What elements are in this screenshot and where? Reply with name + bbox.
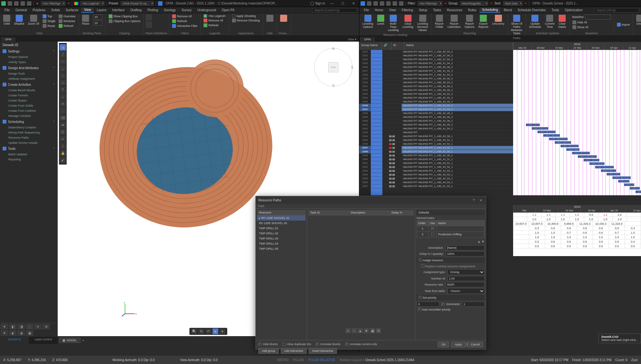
- col-group[interactable]: Group Name: [359, 42, 382, 50]
- sidebar-item-batch-updates[interactable]: Batch Updates: [0, 152, 58, 157]
- plane-spinner-1[interactable]: [93, 14, 103, 20]
- minimize-button[interactable]: —: [328, 1, 336, 6]
- single-button[interactable]: Single: [42, 19, 56, 23]
- task-name-cell[interactable]: VALENS PIT VALENS PIT_1_430_43_51_1: [402, 138, 513, 142]
- task-name-cell[interactable]: VALENS PIT VALENS PIT_1_430_43_50_1: [402, 134, 513, 138]
- bt-2[interactable]: ◧: [9, 324, 17, 329]
- baseline-input[interactable]: [585, 14, 611, 20]
- sidebar-section-create[interactable]: Create Activities⌃: [0, 81, 58, 88]
- task-name-cell[interactable]: VALENS PIT VALENS PIT_1_430_39_50_2: [402, 77, 513, 81]
- filter-clear-icon[interactable]: ✕: [67, 2, 70, 5]
- qat-save-icon[interactable]: [8, 1, 12, 6]
- task-id-cell[interactable]: 2537: [359, 108, 371, 111]
- bt-7[interactable]: ▼: [1, 330, 8, 336]
- task-id-cell[interactable]: 2530: [359, 81, 371, 85]
- qat-redo-icon[interactable]: [27, 1, 31, 6]
- task-name-cell[interactable]: VALENS PIT VALENS PIT_1_430_43_52_2: [402, 104, 513, 108]
- task-id-cell[interactable]: 2554: [359, 173, 371, 177]
- derived-up-icon[interactable]: ▲: [477, 240, 480, 243]
- search-input-right[interactable]: [594, 8, 639, 12]
- priority-input[interactable]: [417, 302, 439, 307]
- task-name-cell[interactable]: VALENS PIT VALENS PIT_1_430_42_48_2: [402, 111, 513, 115]
- update-schedule-button[interactable]: Update Schedule: [528, 14, 543, 31]
- sched-group-dropdown[interactable]: Mine/Stage/Be...: [460, 1, 488, 6]
- annotate-blocks-check[interactable]: Annotate blocks: [316, 342, 341, 347]
- plane-def-1[interactable]: [146, 14, 152, 20]
- polar-rel-toggle[interactable]: POLAR RELATIVE: [308, 358, 335, 362]
- sidebar-tab-deswik-is[interactable]: Deswik.IS: [0, 337, 29, 344]
- tool-trim[interactable]: ✂: [60, 136, 66, 142]
- task-id-cell[interactable]: 2528: [359, 73, 371, 77]
- task-name-cell[interactable]: VALENS PIT VALENS PIT_1_430_38_50_2: [402, 88, 513, 92]
- gantt-bar[interactable]: RH 120E SHOVEL 01: [624, 183, 634, 186]
- task-name-cell[interactable]: VALENS PIT VALENS PIT_1_430_37_54_2: [402, 58, 513, 61]
- task-id-cell[interactable]: 2525: [359, 61, 371, 65]
- tool-text[interactable]: T: [60, 86, 66, 93]
- bt-9[interactable]: ◑: [17, 330, 25, 336]
- sched-menu-tasks[interactable]: Tasks: [430, 8, 444, 12]
- task-name-cell[interactable]: VALENS PIT VALENS PIT_1_430_42_51_1: [402, 158, 513, 161]
- task-id-cell[interactable]: 2542: [359, 127, 371, 131]
- gantt-bar[interactable]: RH 120E SHOVEL 01: [636, 190, 641, 193]
- sidebar-item-create-slopes[interactable]: Create Slopes: [0, 98, 58, 103]
- task-name-cell[interactable]: VALENS PIT VALENS PIT_1_430_44_51_1: [402, 161, 513, 165]
- task-name-cell[interactable]: VALENS PIT VALENS PIT_1_430_42_50_1: [402, 150, 513, 154]
- task-name-cell[interactable]: VALENS PIT VALENS PIT_1_430_41_54_2: [402, 61, 513, 65]
- task-id-cell[interactable]: 2553: [359, 169, 371, 173]
- leveling-dv-button[interactable]: Leveling Decision Viewer: [416, 14, 430, 33]
- tool-point[interactable]: ·: [60, 108, 66, 114]
- opm-tab-right[interactable]: OPM: [361, 37, 374, 42]
- task-name-cell[interactable]: VALENS PIT VALENS PIT_1_430_41_54_2: [402, 127, 513, 131]
- task-id-cell[interactable]: 2533: [359, 92, 371, 96]
- apply-ghosting[interactable]: Apply Ghosting: [231, 14, 261, 18]
- derived-use-check[interactable]: [431, 227, 434, 230]
- task-name-cell[interactable]: VALENS PIT VALENS PIT_1_430_44_52_1: [402, 165, 513, 169]
- legend-dropdown-ribbon[interactable]: <No Legend>: [203, 14, 227, 18]
- reset-button[interactable]: Reset: [42, 24, 56, 28]
- delay-input[interactable]: [445, 251, 485, 256]
- task-name-cell[interactable]: VALENS PIT: [402, 131, 513, 134]
- gantt-bar[interactable]: RH 120E SHOVEL 01: [618, 180, 629, 182]
- task-id-cell[interactable]: 2539: [359, 115, 371, 119]
- uncovery-button[interactable]: Uncovery: [491, 14, 506, 31]
- resource-row[interactable]: TWP DRILL 04: [257, 241, 305, 246]
- dlg-tb-2[interactable]: −: [352, 328, 357, 333]
- sched-qat-redo[interactable]: [386, 1, 391, 6]
- task-id-cell[interactable]: 2538: [359, 111, 371, 115]
- tool-polyline[interactable]: 〰: [60, 58, 66, 65]
- tool-circle[interactable]: ○: [60, 72, 66, 79]
- hide-blocks-check[interactable]: Hide blocks: [258, 342, 278, 347]
- gantt-bar[interactable]: RH 120E SHOVEL 01: [532, 127, 548, 130]
- tool-info[interactable]: i: [60, 143, 66, 149]
- tool-erase[interactable]: ⌫: [60, 115, 66, 121]
- bt-6[interactable]: ⚙: [42, 324, 50, 329]
- multi-pass-button[interactable]: Multi-Pass Leveling: [387, 14, 400, 33]
- gantt-bar[interactable]: RH 120E SHOVEL 01: [537, 131, 555, 133]
- resource-row[interactable]: TWP DRILL 03: [257, 236, 305, 241]
- task-id-cell[interactable]: 2546: [359, 142, 371, 146]
- menu-open-pit[interactable]: Open Pit: [219, 8, 237, 12]
- bt-8[interactable]: ◐: [9, 330, 17, 336]
- task-name-cell[interactable]: VALENS PIT VALENS PIT_1_430_42_50_1: [402, 154, 513, 158]
- vc-mode[interactable]: ■: [212, 328, 218, 334]
- task-id-cell[interactable]: 2549: [359, 154, 371, 158]
- sidebar-item-design-tools[interactable]: Design Tools: [0, 71, 58, 76]
- dlg-tb-1[interactable]: +: [345, 328, 351, 333]
- filter-dropdown[interactable]: <No Filtering>: [41, 1, 66, 6]
- tool-select[interactable]: ▣: [60, 44, 66, 51]
- task-id-cell[interactable]: 2550: [359, 158, 371, 161]
- task-name-cell[interactable]: VALENS PIT VALENS PIT_1_430_40_54_2: [402, 50, 513, 54]
- bt-1[interactable]: ▼: [1, 324, 8, 329]
- resource-rate-input[interactable]: [445, 282, 485, 287]
- plane-spinner-2[interactable]: [93, 20, 103, 26]
- distrib-button[interactable]: Distri: [635, 14, 641, 35]
- clear-dates-button[interactable]: Clear Dates: [557, 14, 567, 31]
- sched-qat-5[interactable]: [393, 1, 397, 6]
- tool-line[interactable]: ╱: [60, 51, 66, 58]
- menu-view[interactable]: View: [81, 7, 94, 13]
- gantt-bar[interactable]: RH 120E SHOVEL 01: [561, 145, 579, 147]
- sidebar-item-resource-paths[interactable]: Resource Paths: [0, 135, 58, 140]
- auto-renumber-check[interactable]: [418, 308, 421, 311]
- task-id-cell[interactable]: 2555: [359, 177, 371, 181]
- task-id-cell[interactable]: 2532: [359, 88, 371, 92]
